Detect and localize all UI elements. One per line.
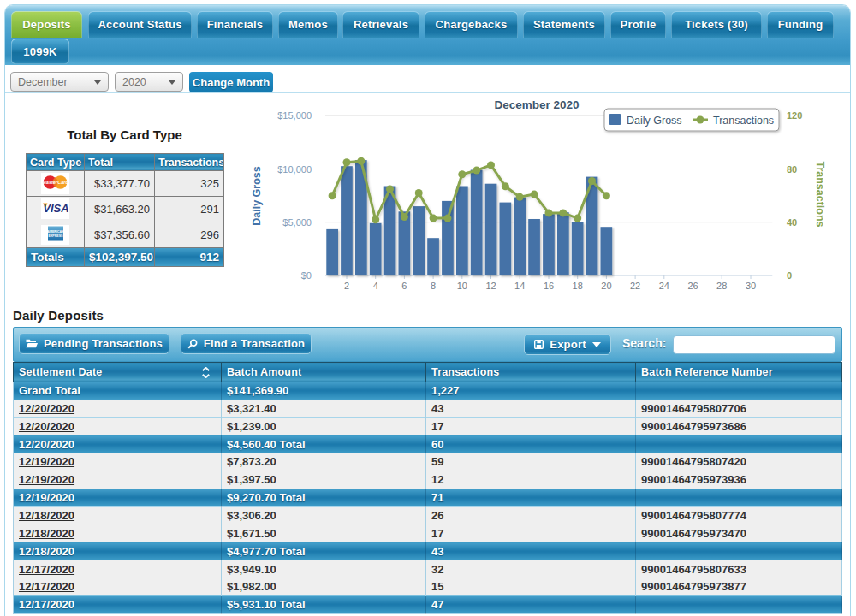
svg-text:Daily Gross: Daily Gross [251,166,263,226]
svg-text:14: 14 [514,281,525,291]
svg-text:40: 40 [787,217,797,228]
svg-text:16: 16 [544,281,554,291]
svg-text:22: 22 [630,281,640,291]
svg-text:4: 4 [373,281,378,291]
svg-text:VISA: VISA [43,202,68,215]
svg-text:120: 120 [787,110,802,121]
svg-text:$15,000: $15,000 [277,110,312,121]
svg-text:0: 0 [787,270,792,281]
svg-text:26: 26 [687,281,698,291]
svg-text:December 2020: December 2020 [494,98,579,111]
svg-text:2: 2 [344,281,349,291]
svg-text:AMERICAN: AMERICAN [47,230,64,234]
svg-text:Transactions: Transactions [713,115,774,127]
svg-text:18: 18 [573,281,583,291]
svg-text:30: 30 [746,281,756,291]
svg-text:EXPRESS: EXPRESS [49,234,64,238]
svg-text:20: 20 [601,281,611,291]
svg-text:$10,000: $10,000 [277,164,312,175]
svg-text:Daily Gross: Daily Gross [627,115,682,127]
svg-text:80: 80 [787,164,797,175]
svg-text:6: 6 [401,281,407,291]
svg-text:28: 28 [716,281,727,291]
svg-text:$0: $0 [301,270,312,281]
svg-text:8: 8 [431,281,436,291]
svg-text:MasterCard: MasterCard [42,180,68,185]
svg-text:10: 10 [457,281,467,291]
svg-text:Transactions: Transactions [814,161,826,227]
svg-text:24: 24 [659,281,669,291]
svg-text:12: 12 [485,281,496,291]
svg-text:$5,000: $5,000 [282,217,312,228]
